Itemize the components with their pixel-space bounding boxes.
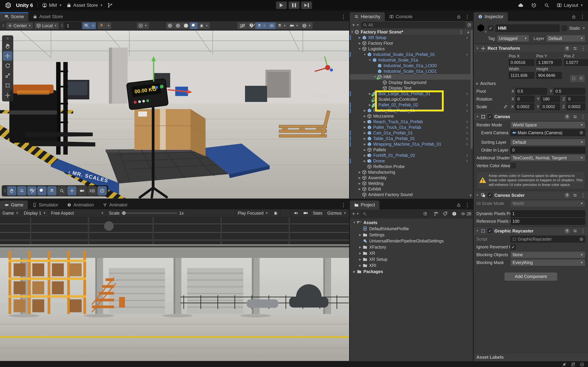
lock-icon[interactable] <box>457 203 461 207</box>
pos-z-field[interactable]: 1.0277 <box>564 59 588 66</box>
pivot-x-field[interactable]: 0.5 <box>516 88 547 95</box>
sorting-layer-dropdown[interactable]: Default▼ <box>510 139 585 146</box>
tab-console[interactable]: Console <box>385 12 417 21</box>
cloud-services-icon[interactable] <box>518 2 524 8</box>
shader-channels-dropdown[interactable]: TexCoord1, Normal, Tangent▼ <box>510 154 585 161</box>
active-checkbox[interactable]: ✓ <box>488 25 493 31</box>
tab-scene[interactable]: Scene <box>0 12 28 21</box>
foldout-arrow[interactable]: ▶ <box>362 120 367 123</box>
rect-tool-button[interactable] <box>3 81 12 90</box>
project-search-box[interactable] <box>361 211 429 217</box>
open-prefab-arrow[interactable]: › <box>466 130 468 136</box>
scale-x-field[interactable]: 0.0002 <box>515 103 534 110</box>
foldout-arrow[interactable]: ▼ <box>352 221 357 224</box>
hierarchy-item-factory-floor[interactable]: ▶ Factory Floor <box>350 41 473 46</box>
tab-project[interactable]: Project <box>350 200 380 209</box>
game-target-dropdown[interactable]: Game▼ <box>0 209 21 217</box>
width-field[interactable]: 1121.608 <box>509 72 534 79</box>
foldout-arrow[interactable]: ▶ <box>362 126 367 129</box>
project-menu-icon[interactable]: ⋮ <box>465 202 470 208</box>
vertex-color-checkbox[interactable] <box>510 163 516 168</box>
tab-animator[interactable]: Animator <box>98 200 132 209</box>
toolbar-drag-handle[interactable]: ‖ <box>2 23 5 28</box>
hierarchy-item-welding[interactable]: ▶ Welding <box>350 181 473 186</box>
grid-overlay-button[interactable] <box>27 186 36 195</box>
rotation-z-field[interactable]: 0 <box>566 96 585 102</box>
shading-shaded-button[interactable] <box>182 22 190 29</box>
foldout-arrow[interactable]: ▶ <box>362 148 367 151</box>
add-component-button[interactable]: Add Component <box>504 272 557 281</box>
filter-by-label-icon[interactable] <box>443 211 448 216</box>
foldout-arrow[interactable]: ▼ <box>362 53 367 56</box>
overlay-drag-handle[interactable]: ≡ <box>7 37 9 40</box>
hierarchy-search-input[interactable] <box>368 23 464 27</box>
hierarchy-search-box[interactable] <box>361 22 466 28</box>
hidden-asset-count[interactable]: 28 <box>461 211 471 216</box>
hierarchy-item-logistics[interactable]: ▼ Logistics <box>350 46 473 52</box>
toolbar-drag-handle[interactable]: ‖ <box>61 23 63 28</box>
hierarchy-item-ambient-factory-sound[interactable]: Ambient Factory Sound <box>350 192 473 197</box>
render-mode-dropdown[interactable]: World Space▼ <box>510 121 585 128</box>
camera-settings-button[interactable]: ▼ <box>288 22 301 29</box>
game-tab-menu-icon[interactable]: ⋮ <box>341 202 346 208</box>
importer-warnings-icon[interactable] <box>452 211 457 216</box>
event-camera-field[interactable]: Main Camera (Camera) <box>510 129 585 136</box>
help-icon[interactable]: ? <box>564 114 570 119</box>
layout-dropdown[interactable]: Layout▼ <box>557 2 583 8</box>
tag-dropdown[interactable]: Untagged▼ <box>497 35 529 42</box>
tab-asset-store[interactable]: Asset Store <box>28 12 68 21</box>
lock-icon[interactable] <box>572 15 576 19</box>
stats-button[interactable]: Stats <box>310 209 325 217</box>
hierarchy-item-hmi[interactable]: ▼ + HMI <box>350 74 473 80</box>
height-field[interactable]: 904.6646 <box>536 72 562 79</box>
pan-overlay-button[interactable] <box>7 186 16 195</box>
component-menu-icon[interactable]: ⋮ <box>580 193 586 198</box>
project-item-packages[interactable]: ▶ Packages <box>350 268 473 275</box>
play-button[interactable] <box>276 1 287 9</box>
hierarchy-item-xfactory-hall-reverb[interactable]: XFactory Hall Reverb <box>350 197 473 199</box>
hierarchy-item-drone[interactable]: ▶ Drone › <box>350 158 473 164</box>
search-icon[interactable] <box>544 3 549 8</box>
debugger-disabled-icon[interactable] <box>562 362 567 367</box>
tool-handle-rotation-dropdown[interactable]: Local▼ <box>35 22 59 29</box>
snap-options-caret[interactable]: ▼ <box>106 22 112 29</box>
hierarchy-item-xr-setup[interactable]: ▶ XR Setup › <box>350 35 473 41</box>
display-dropdown[interactable]: Display 1▼ <box>21 209 49 217</box>
presets-icon[interactable] <box>573 114 578 119</box>
hierarchy-item-forklift-01-prefab-02[interactable]: ▶ Forklift_01_Prefab_02 › <box>350 153 473 158</box>
rect-transform-header[interactable]: ▼ Rect Transform ? ⋮ <box>474 44 588 53</box>
object-picker-icon[interactable] <box>579 131 583 135</box>
component-menu-icon[interactable]: ⋮ <box>580 114 586 119</box>
project-search-input[interactable] <box>368 211 422 216</box>
open-prefab-arrow[interactable]: › <box>466 158 468 164</box>
pause-button[interactable] <box>289 1 299 9</box>
hierarchy-item-display-background[interactable]: Display Background <box>350 80 473 85</box>
blocking-objects-dropdown[interactable]: None▼ <box>510 251 585 258</box>
scale-z-field[interactable]: 0.0002 <box>566 103 585 110</box>
debug-draw-mode-button[interactable]: ▼ <box>198 22 210 29</box>
open-prefab-arrow[interactable]: › <box>466 124 468 130</box>
cache-server-disabled-icon[interactable] <box>571 362 575 367</box>
camera-view-dropdown[interactable]: ▼ <box>137 22 149 29</box>
frame-debugger-button[interactable] <box>271 209 281 217</box>
project-item-defaultvolumeprofile[interactable]: DefaultVolumeProfile <box>350 226 473 232</box>
asset-labels-section[interactable]: Asset Labels <box>474 353 588 361</box>
hierarchy-root-factory-floor-scene[interactable]: ▼ Factory Floor Scene* ⋮ ▲ <box>350 29 473 35</box>
open-prefab-arrow[interactable]: › <box>466 152 468 158</box>
hierarchy-item-industrial-scale-01a-lod1[interactable]: Industrial_Scale_01a_LOD1 <box>350 68 473 74</box>
foldout-arrow[interactable]: ▶ <box>362 131 367 134</box>
foldout-arrow[interactable]: ▶ <box>357 42 362 45</box>
camera-overlay-button[interactable] <box>78 186 86 195</box>
order-in-layer-field[interactable]: 0 <box>510 147 585 153</box>
move-overlay-button[interactable] <box>67 186 77 195</box>
scroll-down-arrow[interactable]: ▼ <box>469 193 472 197</box>
graphic-raycaster-header[interactable]: ▼ ✓ Graphic Raycaster ? ⋮ <box>474 226 588 235</box>
link-scale-icon[interactable] <box>503 104 508 109</box>
ignore-reversed-checkbox[interactable]: ✓ <box>510 244 516 250</box>
help-icon[interactable]: ? <box>564 46 570 51</box>
foldout-arrow[interactable]: ▼ <box>357 47 362 50</box>
hierarchy-item-industrial-scale-01a-prefab-01[interactable]: ▼ Industrial_Scale_01a_Prefab_01 › <box>350 52 473 57</box>
canvas-scaler-header[interactable]: ▼ ✓ Canvas Scaler ? ⋮ <box>474 191 588 200</box>
grid-snap-size-field[interactable]: 1 <box>64 22 81 29</box>
hierarchy-item-reach-truck-01a-prefab[interactable]: ▶ Reach_Truck_01a_Prefab › <box>350 119 473 125</box>
